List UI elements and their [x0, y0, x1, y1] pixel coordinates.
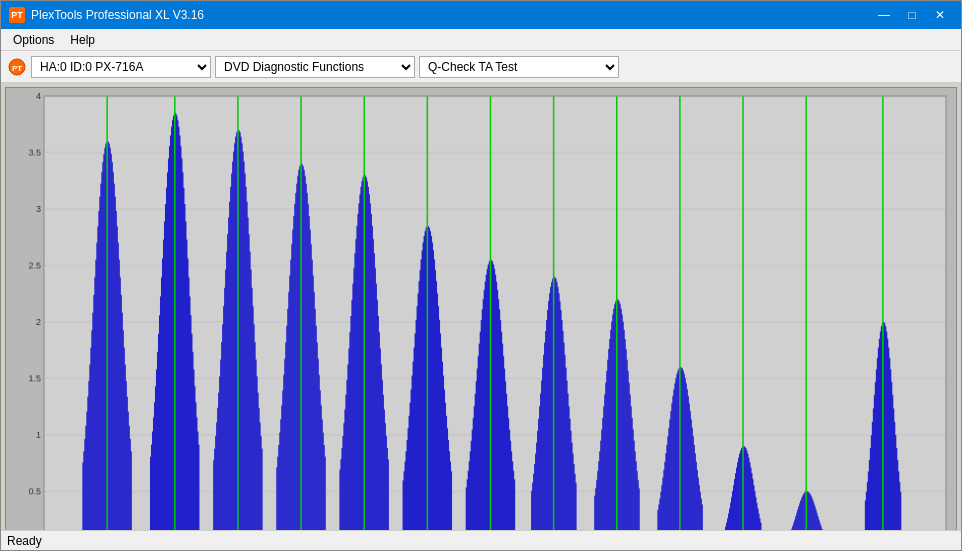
main-window: PT PlexTools Professional XL V3.16 — □ ✕… [0, 0, 962, 551]
svg-text:PT: PT [12, 64, 22, 73]
status-text: Ready [7, 534, 42, 548]
drive-icon: PT [7, 57, 27, 77]
title-controls: — □ ✕ [871, 5, 953, 25]
maximize-button[interactable]: □ [899, 5, 925, 25]
close-button[interactable]: ✕ [927, 5, 953, 25]
app-icon: PT [9, 7, 25, 23]
drive-selector[interactable]: HA:0 ID:0 PX-716A [31, 56, 211, 78]
menu-bar: Options Help [1, 29, 961, 51]
title-bar-left: PT PlexTools Professional XL V3.16 [9, 7, 204, 23]
status-bar: Ready [1, 530, 961, 550]
menu-options[interactable]: Options [5, 31, 62, 49]
top-chart-canvas [6, 88, 956, 530]
test-selector[interactable]: Q-Check TA Test [419, 56, 619, 78]
title-bar: PT PlexTools Professional XL V3.16 — □ ✕ [1, 1, 961, 29]
minimize-button[interactable]: — [871, 5, 897, 25]
charts-area [1, 83, 961, 530]
top-chart [5, 87, 957, 530]
main-content: Jitter: 5 Peak Shift: 5 TA Quality Indic… [1, 83, 961, 530]
toolbar: PT HA:0 ID:0 PX-716A DVD Diagnostic Func… [1, 51, 961, 83]
function-selector[interactable]: DVD Diagnostic Functions [215, 56, 415, 78]
window-title: PlexTools Professional XL V3.16 [31, 8, 204, 22]
menu-help[interactable]: Help [62, 31, 103, 49]
